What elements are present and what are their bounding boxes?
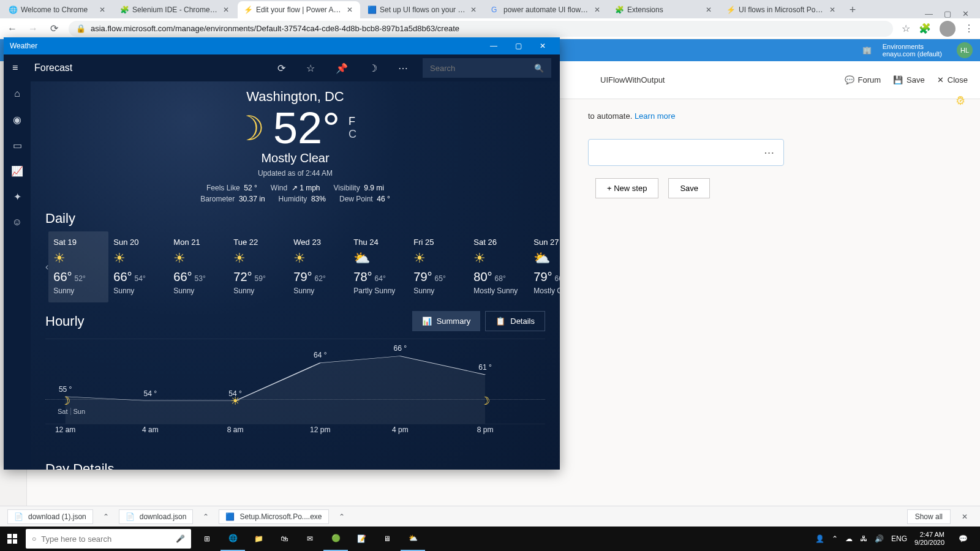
daily-card[interactable]: Wed 23☀79°62°Sunny <box>288 231 349 302</box>
chevron-up-icon[interactable]: ⌃ <box>335 512 349 521</box>
moon-icon[interactable]: ☽ <box>369 62 377 74</box>
feedback-icon[interactable]: ☺ <box>11 216 23 228</box>
language-indicator[interactable]: ENG <box>891 534 907 543</box>
flow-name[interactable]: UIFlowWithOutput <box>600 75 665 84</box>
save-flow-button[interactable]: Save <box>668 178 710 198</box>
close-icon[interactable]: ✕ <box>469 6 478 14</box>
new-step-button[interactable]: + New step <box>595 178 658 198</box>
tab-uiflows-docs[interactable]: ⚡UI flows in Microsoft Power Auto✕ <box>720 1 843 18</box>
download-item[interactable]: 📄 download.json <box>119 509 194 524</box>
store-icon[interactable]: 🛍 <box>272 527 296 551</box>
taskbar-search-input[interactable] <box>41 534 171 544</box>
search-box[interactable]: 🔍 <box>423 58 551 78</box>
daily-card[interactable]: Sat 26☀80°68°Mostly Sunny <box>469 231 529 302</box>
maximize-button[interactable]: ▢ <box>944 9 951 18</box>
forum-link[interactable]: 💬 Forum <box>845 75 881 84</box>
weather-titlebar[interactable]: Weather — ▢ ✕ <box>4 37 560 54</box>
tray-chevron-icon[interactable]: ⌃ <box>832 534 838 543</box>
tab-google-search[interactable]: Gpower automate UI flow require✕ <box>485 1 608 18</box>
chrome-icon[interactable]: 🟢 <box>323 527 348 551</box>
environment-picker[interactable]: Environments enayu.com (default) <box>883 43 942 58</box>
daily-card[interactable]: Fri 25☀79°65°Sunny <box>409 231 469 302</box>
weather-icon[interactable]: ⛅ <box>401 527 425 551</box>
more-icon[interactable]: ⋯ <box>398 62 408 74</box>
daily-card[interactable]: Sun 27⛅79°66°Mostly Cloudy <box>529 231 560 302</box>
details-tab[interactable]: 📋 Details <box>485 311 545 331</box>
new-tab-button[interactable]: + <box>844 1 861 18</box>
notepad-icon[interactable]: 📝 <box>349 527 374 551</box>
close-icon[interactable]: ✕ <box>345 6 354 14</box>
hamburger-icon[interactable]: ≡ <box>12 62 27 73</box>
pin-icon[interactable]: 📌 <box>336 62 348 74</box>
history-icon[interactable]: ▭ <box>11 139 23 151</box>
close-button[interactable]: ✕ <box>962 9 969 18</box>
daily-card[interactable]: Thu 24⛅78°64°Partly Sunny <box>349 231 409 302</box>
unit-c[interactable]: C <box>349 128 356 141</box>
learn-more-link[interactable]: Learn more <box>635 111 675 121</box>
search-icon[interactable]: 🔍 <box>534 64 544 73</box>
chevron-up-icon[interactable]: ⌃ <box>199 512 213 521</box>
forecast-icon[interactable]: ⌂ <box>11 88 23 100</box>
save-button[interactable]: 💾 Save <box>893 75 925 84</box>
show-all-button[interactable]: Show all <box>907 509 951 524</box>
taskbar-search[interactable]: ○ 🎤 <box>26 529 191 549</box>
daily-card[interactable]: Sun 20☀66°54°Sunny <box>108 231 168 302</box>
minimize-button[interactable]: — <box>483 39 505 53</box>
close-icon[interactable]: ✕ <box>593 6 601 14</box>
search-input[interactable] <box>430 64 534 73</box>
chevron-up-icon[interactable]: ⌃ <box>99 512 113 521</box>
hourly-chart[interactable]: SatSun ☽ ☀ ☽ 55 °54 °54 °64 °66 °61 ° <box>45 339 545 424</box>
unit-f[interactable]: F <box>349 115 356 128</box>
tab-selenium[interactable]: 🧩Selenium IDE - Chrome Web Sto…✕ <box>114 1 236 18</box>
daily-card[interactable]: Sat 19☀66°52°Sunny <box>48 231 108 302</box>
onedrive-icon[interactable]: ☁ <box>845 534 853 543</box>
favorite-icon[interactable]: ☆ <box>306 62 315 74</box>
close-icon[interactable]: ✕ <box>704 6 713 14</box>
more-icon[interactable]: ··· <box>764 148 775 157</box>
minimize-button[interactable]: — <box>925 9 933 18</box>
maps-icon[interactable]: ◉ <box>11 113 23 126</box>
tab-welcome[interactable]: 🌐Welcome to Chrome✕ <box>2 1 113 18</box>
people-icon[interactable]: 👤 <box>815 534 824 543</box>
action-center-icon[interactable]: 💬 <box>952 527 974 551</box>
reload-button[interactable]: ⟳ <box>48 23 60 35</box>
clock[interactable]: 2:47 AM 9/20/2020 <box>914 531 944 546</box>
close-icon[interactable]: ✕ <box>222 6 230 14</box>
environment-icon[interactable]: 🏢 <box>862 46 872 54</box>
user-avatar[interactable]: HL <box>957 42 973 58</box>
summary-tab[interactable]: 📊 Summary <box>412 311 481 331</box>
mail-icon[interactable]: ✉ <box>298 527 322 551</box>
tab-extensions[interactable]: 🧩Extensions✕ <box>609 1 719 18</box>
bookmark-icon[interactable]: ☆ <box>902 23 910 34</box>
forward-button[interactable]: → <box>27 23 39 35</box>
close-shelf-button[interactable]: ✕ <box>957 512 973 521</box>
favorites-icon[interactable]: ✦ <box>11 190 23 203</box>
tab-power-automate[interactable]: ⚡Edit your flow | Power Automate✕ <box>238 1 360 18</box>
daily-card[interactable]: Tue 22☀72°59°Sunny <box>228 231 288 302</box>
daily-card[interactable]: Mon 21☀66°53°Sunny <box>168 231 228 302</box>
download-item[interactable]: 📄 download (1).json <box>7 509 93 524</box>
task-view-icon[interactable]: ⊞ <box>195 527 219 551</box>
close-icon[interactable]: ✕ <box>828 6 837 14</box>
extensions-icon[interactable]: 🧩 <box>919 23 931 34</box>
vm-icon[interactable]: 🖥 <box>375 527 399 551</box>
volume-icon[interactable]: 🔊 <box>875 534 884 543</box>
url-input[interactable]: 🔒 asia.flow.microsoft.com/manage/environ… <box>69 21 893 37</box>
close-button[interactable]: ✕ <box>532 39 554 53</box>
flow-step-card[interactable]: ··· <box>588 139 784 166</box>
network-icon[interactable]: 🖧 <box>860 534 867 543</box>
back-button[interactable]: ← <box>6 23 18 35</box>
close-icon[interactable]: ✕ <box>98 6 107 14</box>
edge-icon[interactable]: 🌐 <box>221 527 245 551</box>
maximize-button[interactable]: ▢ <box>507 39 529 53</box>
mic-icon[interactable]: 🎤 <box>176 534 185 543</box>
help-icon[interactable]: ? <box>954 94 967 107</box>
download-item[interactable]: 🟦 Setup.Microsoft.Po....exe <box>219 509 328 524</box>
tab-setup-uiflows[interactable]: 🟦Set up UI flows on your device -✕ <box>361 1 484 18</box>
refresh-icon[interactable]: ⟳ <box>277 62 285 74</box>
close-button[interactable]: ✕ Close <box>937 75 968 84</box>
profile-avatar[interactable] <box>940 21 956 37</box>
menu-icon[interactable]: ⋮ <box>964 23 974 34</box>
explorer-icon[interactable]: 📁 <box>246 527 271 551</box>
start-button[interactable] <box>0 527 24 551</box>
